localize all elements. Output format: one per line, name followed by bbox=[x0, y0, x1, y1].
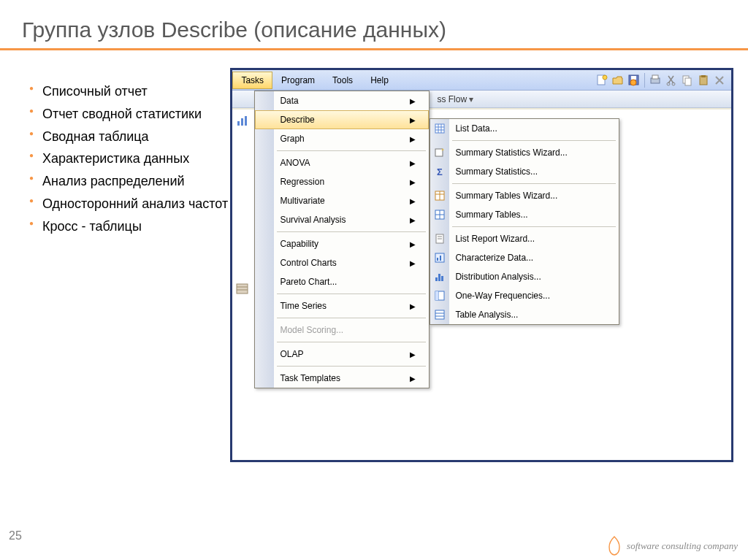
footer-text: software consulting company bbox=[627, 540, 738, 552]
cut-icon[interactable] bbox=[664, 73, 679, 88]
describe-item-summary-statistics[interactable]: ΣSummary Statistics... bbox=[430, 162, 619, 181]
tasks-item-control-charts[interactable]: Control Charts▶ bbox=[255, 253, 429, 272]
svg-rect-10 bbox=[685, 78, 691, 85]
brand-icon bbox=[606, 535, 622, 557]
tasks-item-pareto-chart[interactable]: Pareto Chart... bbox=[255, 272, 429, 291]
bullet-item: Сводная таблица bbox=[29, 126, 230, 147]
submenu-item-label: Table Analysis... bbox=[455, 310, 518, 320]
bullet-item: Отчет сводной статистики bbox=[29, 104, 230, 125]
bullet-item: Анализ распределений bbox=[29, 171, 230, 192]
delete-icon[interactable] bbox=[712, 73, 727, 88]
submenu-arrow-icon: ▶ bbox=[410, 178, 416, 186]
tablew-icon bbox=[432, 189, 447, 202]
describe-item-summary-tables[interactable]: Summary Tables... bbox=[430, 205, 619, 224]
svg-rect-36 bbox=[437, 258, 438, 261]
menu-item-label: Task Templates bbox=[280, 373, 340, 383]
menu-item-tasks[interactable]: Tasks bbox=[232, 72, 272, 89]
freq-icon bbox=[432, 289, 447, 302]
menu-item-label: Pareto Chart... bbox=[280, 277, 337, 287]
new-icon[interactable] bbox=[595, 73, 609, 88]
tasks-item-survival-analysis[interactable]: Survival Analysis▶ bbox=[255, 210, 429, 229]
menu-separator bbox=[452, 226, 616, 227]
describe-item-one-way-frequencies[interactable]: One-Way Frequencies... bbox=[430, 286, 619, 305]
submenu-item-label: One-Way Frequencies... bbox=[455, 291, 550, 301]
menu-item-label: Capability bbox=[280, 239, 318, 249]
svg-rect-19 bbox=[435, 124, 444, 133]
tasks-item-olap[interactable]: OLAP▶ bbox=[255, 345, 429, 364]
menu-separator bbox=[277, 318, 426, 318]
svg-rect-14 bbox=[241, 118, 243, 126]
menu-separator bbox=[277, 150, 426, 151]
tasks-item-model-scoring: Model Scoring... bbox=[255, 321, 429, 340]
paste-icon[interactable] bbox=[696, 73, 711, 88]
describe-item-list-report-wizard[interactable]: List Report Wizard... bbox=[430, 229, 619, 248]
menu-item-label: Survival Analysis bbox=[280, 215, 346, 225]
tasks-item-time-series[interactable]: Time Series▶ bbox=[255, 296, 429, 315]
menu-separator bbox=[452, 140, 616, 141]
menu-item-label: Model Scoring... bbox=[280, 325, 343, 335]
submenu-arrow-icon: ▶ bbox=[410, 197, 416, 205]
save-icon[interactable] bbox=[627, 73, 641, 88]
svg-rect-38 bbox=[435, 277, 438, 281]
svg-rect-39 bbox=[438, 274, 440, 281]
submenu-item-label: Summary Tables Wizard... bbox=[455, 191, 557, 201]
tasks-item-describe[interactable]: Describe▶ bbox=[255, 110, 429, 129]
dropdown-arrow-icon: ▾ bbox=[469, 94, 473, 104]
menu-item-program[interactable]: Program bbox=[272, 72, 324, 89]
menu-item-tools[interactable]: Tools bbox=[324, 72, 362, 89]
bullet-item: Кросс - таблицы bbox=[29, 216, 230, 237]
copy-icon[interactable] bbox=[680, 73, 695, 88]
title-underline bbox=[0, 48, 748, 50]
menu-item-label: Multivariate bbox=[280, 196, 324, 206]
menu-separator bbox=[277, 294, 426, 294]
describe-item-characterize-data[interactable]: Characterize Data... bbox=[430, 248, 619, 267]
submenu-item-label: Characterize Data... bbox=[455, 253, 533, 263]
print-icon[interactable] bbox=[648, 73, 663, 88]
menu-item-label: Time Series bbox=[280, 301, 327, 311]
slide-number: 25 bbox=[9, 529, 22, 542]
menu-item-help[interactable]: Help bbox=[362, 72, 397, 89]
tasks-item-anova[interactable]: ANOVA▶ bbox=[255, 153, 429, 172]
tasks-item-task-templates[interactable]: Task Templates▶ bbox=[255, 369, 429, 388]
svg-rect-24 bbox=[435, 149, 443, 156]
bullet-item: Односторонний анализ частот bbox=[29, 193, 230, 215]
slide-title: Группа узлов Describe (описание данных) bbox=[0, 0, 748, 48]
app-window: TasksProgramToolsHelp ss Flow ▾ Data▶Des… bbox=[230, 68, 733, 462]
submenu-item-label: Summary Statistics... bbox=[455, 166, 538, 177]
table2-icon bbox=[432, 208, 447, 221]
svg-rect-13 bbox=[237, 121, 240, 126]
submenu-arrow-icon: ▶ bbox=[410, 375, 416, 383]
menu-separator bbox=[277, 366, 426, 367]
sigma-icon: Σ bbox=[432, 165, 447, 178]
bullet-item: Списочный отчет bbox=[29, 81, 230, 102]
submenu-arrow-icon: ▶ bbox=[410, 350, 416, 358]
submenu-item-label: Summary Tables... bbox=[455, 210, 527, 220]
submenu-arrow-icon: ▶ bbox=[410, 116, 416, 124]
describe-item-distribution-analysis[interactable]: Distribution Analysis... bbox=[430, 267, 619, 286]
tablea-icon bbox=[432, 308, 447, 321]
submenu-arrow-icon: ▶ bbox=[410, 302, 416, 310]
tasks-item-data[interactable]: Data▶ bbox=[255, 91, 429, 110]
tasks-item-multivariate[interactable]: Multivariate▶ bbox=[255, 191, 429, 210]
menu-item-label: Data bbox=[280, 96, 298, 106]
open-icon[interactable] bbox=[611, 73, 625, 88]
describe-item-summary-statistics-wizard[interactable]: Summary Statistics Wizard... bbox=[430, 143, 619, 162]
tasks-item-graph[interactable]: Graph▶ bbox=[255, 129, 429, 148]
wizard-icon bbox=[432, 146, 447, 159]
bullet-item: Характеристика данных bbox=[29, 148, 230, 169]
svg-rect-15 bbox=[245, 116, 247, 126]
hist-icon bbox=[432, 270, 447, 283]
menu-item-label: OLAP bbox=[280, 349, 303, 359]
grid-panel-icon[interactable] bbox=[235, 282, 250, 296]
menu-item-label: Control Charts bbox=[280, 258, 336, 268]
report-icon bbox=[432, 232, 447, 245]
tasks-item-capability[interactable]: Capability▶ bbox=[255, 234, 429, 253]
submenu-arrow-icon: ▶ bbox=[410, 135, 416, 143]
footer-brand: software consulting company bbox=[606, 535, 738, 557]
describe-item-list-data[interactable]: List Data... bbox=[430, 119, 619, 138]
describe-item-summary-tables-wizard[interactable]: Summary Tables Wizard... bbox=[430, 186, 619, 205]
describe-item-table-analysis[interactable]: Table Analysis... bbox=[430, 305, 619, 324]
chart-panel-icon[interactable] bbox=[235, 114, 250, 129]
tasks-item-regression[interactable]: Regression▶ bbox=[255, 172, 429, 191]
process-flow-label: ss Flow bbox=[437, 94, 467, 104]
